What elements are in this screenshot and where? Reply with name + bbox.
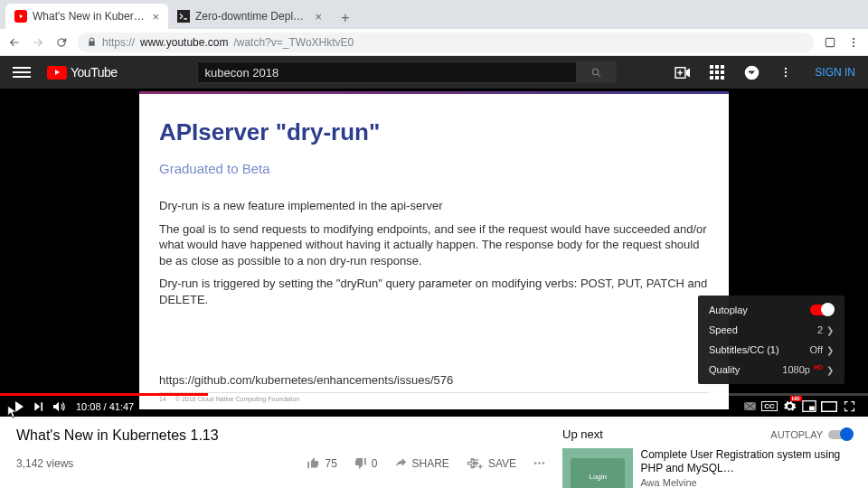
url-path: /watch?v=_TWoXHktvE0 bbox=[233, 36, 354, 49]
recommendation-channel: Awa Melvine bbox=[640, 477, 852, 488]
svg-point-5 bbox=[853, 44, 854, 46]
video-player[interactable]: APIserver "dry-run" Graduated to Beta Dr… bbox=[0, 89, 868, 417]
thumb-label: Login bbox=[571, 458, 625, 488]
reload-button[interactable] bbox=[54, 35, 69, 50]
back-button[interactable] bbox=[7, 35, 22, 50]
browser-toolbar: https://www.youtube.com/watch?v=_TWoXHkt… bbox=[0, 29, 868, 56]
sign-in-button[interactable]: SIGN IN bbox=[815, 66, 855, 79]
video-title: What's New in Kubernetes 1.13 bbox=[16, 427, 546, 444]
gear-icon: HD bbox=[783, 399, 797, 413]
svg-point-18 bbox=[542, 462, 545, 465]
close-tab-icon[interactable]: × bbox=[152, 10, 159, 23]
settings-label: Speed bbox=[709, 324, 738, 335]
new-tab-button[interactable]: + bbox=[335, 7, 356, 29]
save-button[interactable]: SAVE bbox=[466, 456, 516, 470]
share-button[interactable]: SHARE bbox=[394, 456, 449, 470]
miniplayer-button[interactable] bbox=[799, 397, 819, 417]
below-player: What's New in Kubernetes 1.13 3,142 view… bbox=[0, 417, 868, 488]
secondary-column: Up next AUTOPLAY Login Complete User Reg… bbox=[562, 427, 852, 488]
browser-tabstrip: What's New in Kubernetes 1.13 × Zero-dow… bbox=[0, 0, 868, 29]
search-value: kubecon 2018 bbox=[205, 66, 279, 80]
svg-point-4 bbox=[853, 41, 854, 42]
chevron-right-icon: ❯ bbox=[826, 345, 834, 355]
browser-menu-button[interactable] bbox=[846, 35, 861, 50]
settings-label: Autoplay bbox=[709, 305, 748, 315]
youtube-play-icon bbox=[47, 66, 67, 80]
tab-title: Zero-downtime Deployments w bbox=[195, 10, 309, 23]
address-bar[interactable]: https://www.youtube.com/watch?v=_TWoXHkt… bbox=[78, 33, 814, 52]
next-button[interactable] bbox=[29, 397, 49, 417]
slide-title: APIserver "dry-run" bbox=[159, 118, 709, 146]
svg-point-16 bbox=[534, 462, 537, 465]
url-scheme: https:// bbox=[102, 36, 135, 49]
slide-paragraph: The goal is to send requests to modifyin… bbox=[159, 221, 709, 269]
primary-column: What's New in Kubernetes 1.13 3,142 view… bbox=[16, 427, 546, 488]
search-input[interactable]: kubecon 2018 bbox=[197, 61, 577, 83]
cc-button[interactable]: CC bbox=[760, 397, 779, 417]
settings-autoplay-row[interactable]: Autoplay bbox=[698, 300, 844, 320]
theater-button[interactable] bbox=[819, 397, 839, 417]
youtube-logo[interactable]: YouTube bbox=[47, 65, 118, 80]
svg-point-11 bbox=[785, 75, 787, 77]
youtube-masthead: YouTube kubecon 2018 SIGN IN bbox=[0, 56, 868, 89]
player-controls: 10:08 / 41:47 CC HD bbox=[0, 396, 868, 417]
settings-label: Subtitles/CC (1) bbox=[709, 344, 779, 355]
recommendation-thumbnail: Login bbox=[562, 448, 633, 488]
play-button[interactable] bbox=[9, 397, 29, 417]
save-label: SAVE bbox=[488, 457, 516, 470]
search-button[interactable] bbox=[577, 61, 617, 83]
player-settings-menu: Autoplay Speed 2❯ Subtitles/CC (1) Off❯ … bbox=[698, 296, 844, 384]
time-display: 10:08 / 41:47 bbox=[76, 401, 134, 412]
svg-point-6 bbox=[592, 69, 599, 75]
more-actions-button[interactable] bbox=[533, 456, 546, 470]
like-button[interactable]: 75 bbox=[307, 456, 336, 470]
svg-point-9 bbox=[785, 68, 787, 70]
autoplay-label: AUTOPLAY bbox=[770, 429, 823, 440]
settings-cc-row[interactable]: Subtitles/CC (1) Off❯ bbox=[698, 340, 844, 360]
messages-button[interactable] bbox=[742, 63, 760, 81]
slide-link: https://github.com/kubernetes/enhancemen… bbox=[159, 373, 709, 387]
view-count: 3,142 views bbox=[16, 457, 73, 470]
browser-tab[interactable]: Zero-downtime Deployments w × bbox=[168, 4, 331, 29]
like-count: 75 bbox=[325, 457, 336, 470]
svg-point-10 bbox=[785, 71, 787, 73]
player-settings-button[interactable]: HD bbox=[779, 397, 799, 417]
share-label: SHARE bbox=[412, 457, 449, 470]
apps-button[interactable] bbox=[708, 63, 726, 81]
recommendation-item[interactable]: Login Complete User Registration system … bbox=[562, 448, 852, 488]
multicam-button[interactable] bbox=[740, 397, 760, 417]
settings-value: 2 bbox=[817, 324, 823, 335]
svg-rect-1 bbox=[177, 10, 190, 23]
url-host: www.youtube.com bbox=[140, 36, 228, 49]
close-tab-icon[interactable]: × bbox=[315, 10, 322, 23]
dislike-button[interactable]: 0 bbox=[354, 456, 378, 470]
volume-button[interactable] bbox=[49, 397, 69, 417]
svg-point-3 bbox=[853, 37, 854, 39]
svg-rect-15 bbox=[822, 401, 837, 411]
browser-tab-active[interactable]: What's New in Kubernetes 1.13 × bbox=[5, 4, 168, 29]
autoplay-toggle[interactable] bbox=[828, 430, 852, 439]
settings-menu-button[interactable] bbox=[777, 63, 795, 81]
hd-badge: HD bbox=[814, 364, 823, 371]
svg-rect-14 bbox=[809, 407, 815, 411]
video-actions: 75 0 SHARE SAVE bbox=[307, 456, 546, 470]
recommendation-title: Complete User Registration system using … bbox=[640, 448, 852, 475]
hd-badge: HD bbox=[790, 396, 802, 401]
guide-button[interactable] bbox=[13, 63, 31, 81]
fullscreen-button[interactable] bbox=[839, 397, 859, 417]
dislike-count: 0 bbox=[372, 457, 378, 470]
tab-title: What's New in Kubernetes 1.13 bbox=[33, 10, 146, 23]
forward-button[interactable] bbox=[31, 35, 45, 50]
svg-point-17 bbox=[538, 462, 541, 465]
autoplay-toggle-on[interactable] bbox=[810, 305, 834, 315]
youtube-logo-text: YouTube bbox=[71, 65, 118, 80]
settings-label: Quality bbox=[709, 364, 740, 375]
settings-speed-row[interactable]: Speed 2❯ bbox=[698, 320, 844, 340]
chevron-right-icon: ❯ bbox=[826, 325, 834, 335]
video-frame: APIserver "dry-run" Graduated to Beta Dr… bbox=[139, 91, 729, 409]
settings-quality-row[interactable]: Quality 1080pHD❯ bbox=[698, 360, 844, 380]
svg-rect-2 bbox=[826, 38, 834, 46]
extension-icon[interactable] bbox=[823, 35, 837, 50]
chevron-right-icon: ❯ bbox=[826, 365, 834, 375]
create-button[interactable] bbox=[674, 63, 692, 81]
